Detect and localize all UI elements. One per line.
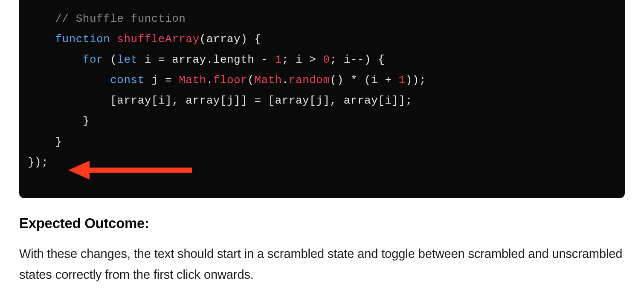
code-builtin-floor: floor — [213, 74, 248, 87]
code-brace: } — [55, 136, 62, 148]
code-text: . — [282, 74, 289, 87]
code-number: 0 — [323, 53, 330, 66]
code-builtin-random: random — [289, 74, 330, 87]
code-number: 1 — [275, 53, 282, 66]
expected-outcome-paragraph: With these changes, the text should star… — [19, 243, 625, 286]
code-function-name: shuffleArray — [117, 33, 199, 46]
code-keyword-function: function — [55, 33, 110, 46]
code-builtin-math: Math — [179, 74, 206, 87]
code-text: ( — [247, 74, 254, 87]
code-text: ( — [103, 53, 117, 66]
code-brace: } — [83, 115, 90, 127]
code-text: () * (i + — [330, 74, 399, 87]
code-text: j = — [145, 74, 179, 87]
code-comment: // Shuffle function — [55, 12, 186, 25]
code-text: ; i > — [282, 53, 323, 66]
code-keyword-for: for — [83, 53, 103, 66]
code-number: 1 — [399, 74, 406, 87]
code-brace: }); — [28, 156, 48, 169]
code-text: [array[i], array[j]] = [array[j], array[… — [110, 94, 412, 107]
code-text: i = array.length - — [138, 53, 275, 66]
content-container: // Shuffle function function shuffleArra… — [0, 0, 644, 285]
code-text: (array) { — [200, 33, 261, 46]
code-keyword-const: const — [110, 74, 145, 87]
code-text: ; i--) { — [330, 53, 385, 66]
code-text: . — [206, 74, 213, 87]
expected-outcome-heading: Expected Outcome: — [19, 215, 625, 232]
code-content: // Shuffle function function shuffleArra… — [28, 9, 616, 173]
code-text: )); — [406, 74, 426, 87]
code-keyword-let: let — [117, 53, 137, 66]
code-block: // Shuffle function function shuffleArra… — [19, 0, 625, 198]
code-builtin-math: Math — [254, 74, 281, 87]
